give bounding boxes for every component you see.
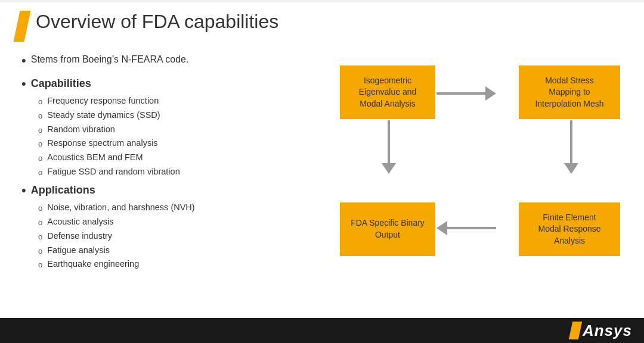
arrow-tr-to-br (564, 120, 578, 174)
app-circle-2: o (38, 217, 42, 229)
app-text-5: Earthquake engineering (47, 258, 139, 271)
page-title: Overview of FDA capabilities (36, 11, 278, 33)
cap-item-1: o Frequency response function (38, 95, 332, 108)
title-accent-slash (13, 11, 30, 42)
app-text-2: Acoustic analysis (47, 216, 113, 229)
app-item-5: o Earthquake engineering (38, 258, 332, 271)
cap-text-6: Fatigue SSD and random vibration (47, 166, 179, 179)
arrow-head-h1 (485, 86, 496, 101)
diagram-box-isogeometric: Isogeometric Eigenvalue and Modal Analys… (340, 66, 435, 119)
cap-item-5: o Acoustics BEM and FEM (38, 151, 332, 164)
app-circle-1: o (38, 202, 42, 214)
ansys-slash-icon (569, 322, 582, 339)
capabilities-label: Capabilities (31, 76, 91, 92)
cap-item-3: o Random vibration (38, 123, 332, 136)
cap-item-2: o Steady state dynamics (SSD) (38, 109, 332, 122)
boeing-text: Stems from Boeing’s N-FEARA code. (31, 52, 189, 67)
bullet-dot-3: • (21, 182, 26, 199)
content-left: • Stems from Boeing’s N-FEARA code. • Ca… (21, 52, 332, 275)
app-circle-3: o (38, 231, 42, 243)
cap-text-2: Steady state dynamics (SSD) (47, 109, 160, 122)
cap-item-6: o Fatigue SSD and random vibration (38, 166, 332, 179)
sub-circle-6: o (38, 167, 42, 179)
bullet-capabilities: • Capabilities (21, 76, 332, 93)
arrow-body-v1 (570, 120, 572, 163)
app-text-3: Defense industry (47, 230, 112, 243)
flow-diagram: Isogeometric Eigenvalue and Modal Analys… (340, 66, 620, 256)
cap-text-1: Frequency response function (47, 95, 159, 108)
app-item-4: o Fatigue analysis (38, 244, 332, 257)
bullet-applications: • Applications (21, 182, 332, 199)
app-text-4: Fatigue analysis (47, 244, 110, 257)
applications-list: o Noise, vibration, and harshness (NVH) … (38, 201, 332, 271)
arrow-body-h2 (447, 227, 496, 229)
diagram-box-finite-element: Finite Element Modal Response Analysis (519, 202, 620, 256)
footer-bar: Ansys (0, 318, 644, 343)
app-item-3: o Defense industry (38, 230, 332, 243)
arrow-head-h2 (436, 221, 447, 235)
ansys-logo: Ansys (571, 322, 632, 340)
sub-circle-5: o (38, 152, 42, 164)
sub-circle-1: o (38, 96, 42, 108)
diagram-box-modal-stress: Modal Stress Mapping to Interpolation Me… (519, 66, 620, 119)
sub-circle-3: o (38, 124, 42, 136)
arrow-body-h1 (436, 92, 485, 95)
app-item-1: o Noise, vibration, and harshness (NVH) (38, 201, 332, 214)
app-text-1: Noise, vibration, and harshness (NVH) (47, 201, 194, 214)
app-circle-5: o (38, 259, 42, 271)
bullet-boeing: • Stems from Boeing’s N-FEARA code. (21, 52, 332, 70)
cap-text-4: Response spectrum analysis (47, 137, 157, 150)
cap-item-4: o Response spectrum analysis (38, 137, 332, 150)
top-bar (0, 0, 644, 2)
cap-text-3: Random vibration (47, 123, 115, 136)
box-br-text: Finite Element Modal Response Analysis (538, 212, 600, 247)
arrow-tl-to-bl (382, 120, 396, 174)
arrow-tl-to-tr (436, 86, 496, 101)
applications-label: Applications (31, 182, 95, 198)
box-tr-text: Modal Stress Mapping to Interpolation Me… (535, 75, 603, 110)
arrow-head-v1 (564, 163, 578, 174)
app-circle-4: o (38, 245, 42, 257)
box-tl-text: Isogeometric Eigenvalue and Modal Analys… (359, 75, 417, 110)
arrow-br-to-bl (436, 221, 496, 235)
box-bl-text: FDA Specific Binary Output (351, 217, 425, 241)
bullet-dot-2: • (21, 76, 26, 93)
cap-text-5: Acoustics BEM and FEM (47, 151, 143, 164)
sub-circle-2: o (38, 110, 42, 122)
sub-circle-4: o (38, 138, 42, 150)
bullet-dot-1: • (21, 52, 26, 70)
capabilities-list: o Frequency response function o Steady s… (38, 95, 332, 179)
app-item-2: o Acoustic analysis (38, 216, 332, 229)
arrow-head-v2 (382, 163, 396, 174)
diagram-box-fda-output: FDA Specific Binary Output (340, 202, 435, 256)
ansys-brand-text: Ansys (583, 322, 632, 340)
arrow-body-v2 (388, 120, 390, 163)
